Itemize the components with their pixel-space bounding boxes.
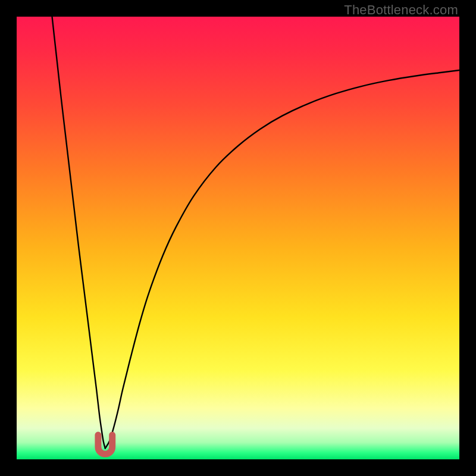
curve-layer bbox=[17, 17, 459, 459]
right-branch-curve bbox=[105, 70, 459, 448]
plot-area bbox=[17, 17, 459, 459]
left-branch-curve bbox=[52, 17, 105, 448]
chart-canvas: TheBottleneck.com bbox=[0, 0, 476, 476]
minimum-u-marker bbox=[98, 435, 112, 454]
watermark-text: TheBottleneck.com bbox=[344, 2, 458, 18]
